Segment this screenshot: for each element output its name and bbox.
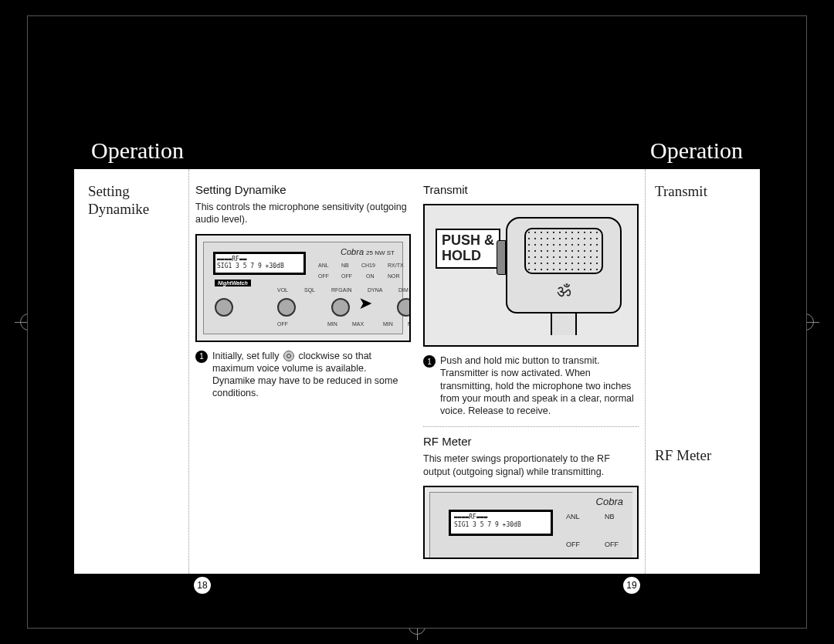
meter-brand: Cobra [596, 496, 623, 507]
footer-band: 18 19 [74, 574, 760, 597]
vol-knob-icon [277, 298, 296, 317]
right-content-column: Transmit PUSH & HOLD ॐ 1 Push and hold m… [417, 169, 646, 574]
mic-grill-icon [524, 228, 603, 274]
figure-radio-panel: ▬▬▬▬RF▬▬ SIG1 3 5 7 9 +30dB Cobra 25 NW … [195, 234, 411, 342]
margin-heading-transmit: Transmit [655, 183, 746, 200]
chapter-title-right: Operation [650, 137, 743, 164]
figure-microphone: PUSH & HOLD ॐ [423, 204, 639, 347]
page-number-right: 19 [623, 577, 640, 594]
radio-jack-icon [215, 298, 233, 317]
margin-heading-setting-dynamike: SettingDynamike [88, 183, 179, 219]
page-number-left: 18 [194, 577, 211, 594]
step-1-dynamike: 1 Initially, set fully clockwise so that… [195, 350, 411, 400]
intro-rf-meter: This meter swings proportionately to the… [423, 452, 639, 478]
content-area: SettingDynamike Setting Dynamike This co… [74, 169, 760, 574]
intro-setting-dynamike: This controls the microphone sensitivity… [195, 201, 411, 226]
mic-ptt-button-icon [497, 240, 506, 275]
dim-knob-icon [397, 298, 411, 317]
cobra-logo-icon: ॐ [557, 281, 571, 301]
rfgain-knob-icon [331, 298, 350, 317]
nightwatch-label: NightWatch [215, 280, 251, 286]
push-hold-label: PUSH & HOLD [436, 229, 500, 269]
left-content-column: Setting Dynamike This controls the micro… [188, 169, 417, 574]
heading-setting-dynamike: Setting Dynamike [195, 183, 411, 196]
step-1-transmit: 1 Push and hold mic button to transmit. … [423, 354, 639, 417]
mic-body-icon: ॐ [506, 217, 622, 314]
margin-heading-rf-meter: RF Meter [655, 447, 746, 464]
right-margin-column: Transmit RF Meter [646, 169, 760, 574]
radio-brand: Cobra 25 NW ST [341, 247, 395, 256]
mic-neck-icon [551, 314, 577, 335]
chapter-title-band: Operation Operation [74, 132, 760, 169]
chapter-title-left: Operation [91, 137, 184, 164]
bullet-1-icon: 1 [195, 351, 208, 363]
page-frame: Operation Operation SettingDynamike Sett… [27, 15, 807, 629]
radio-lcd: ▬▬▬▬RF▬▬ SIG1 3 5 7 9 +30dB [213, 252, 306, 275]
meter-display: ▬▬▬▬RF▬▬▬ SIG1 3 5 7 9 +30dB [449, 510, 553, 536]
knob-inline-icon [283, 351, 294, 361]
figure-rf-meter: Cobra ▬▬▬▬RF▬▬▬ SIG1 3 5 7 9 +30dB ANL N… [423, 486, 639, 559]
dyna-arrow-icon: ➤ [358, 293, 372, 314]
heading-rf-meter: RF Meter [423, 435, 639, 448]
bullet-1-icon: 1 [423, 355, 436, 368]
left-margin-column: SettingDynamike [74, 169, 188, 574]
heading-transmit: Transmit [423, 183, 639, 196]
section-separator [423, 426, 639, 427]
